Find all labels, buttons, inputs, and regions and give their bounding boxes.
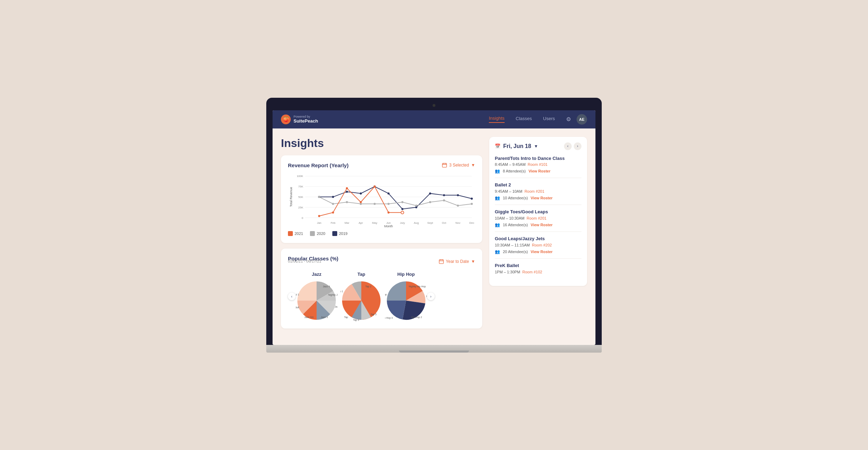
class-item-2: Giggle Toes/Good Leaps 10AM – 10:30AM Ro… xyxy=(495,209,581,232)
legend-label-2020: 2020 xyxy=(317,231,325,236)
svg-text:Adult: Adult xyxy=(296,306,299,309)
svg-point-39 xyxy=(471,198,473,200)
class-time-row-0: 8:45AM – 9:45AM Room #101 xyxy=(495,162,581,167)
class-attendees-row-0: 👥 8 Attendee(s) View Roster xyxy=(495,169,581,174)
svg-text:Hip Hop 2: Hip Hop 2 xyxy=(411,316,422,319)
laptop-frame: 🍑 Powered by SuitePeach Insights Classes… xyxy=(266,98,602,353)
view-roster-button-0[interactable]: View Roster xyxy=(528,169,550,173)
svg-text:75K: 75K xyxy=(298,185,304,188)
jazz-chart-col: Jazz xyxy=(296,272,338,322)
jazz-pie-chart: Jazz 4 Nightly Jazz Jazz 1/2 Jazz 3 Jazz… xyxy=(296,280,338,322)
svg-point-38 xyxy=(457,194,459,196)
class-time-row-3: 10:30AM – 11:15AM Room #202 xyxy=(495,243,581,247)
svg-point-54 xyxy=(346,187,348,189)
attendees-count-1: 10 Attendee(s) xyxy=(503,196,528,200)
nav-right: ⚙ AE xyxy=(566,114,587,125)
schedule-prev-button[interactable]: ‹ xyxy=(564,142,572,150)
schedule-dropdown-icon[interactable]: ▼ xyxy=(534,144,538,149)
logo-icon: 🍑 xyxy=(281,115,291,124)
class-item-1: Ballet 2 9:45AM – 10AM Room #201 👥 10 At… xyxy=(495,182,581,205)
attendees-icon-2: 👥 xyxy=(495,222,500,227)
screen-bezel: 🍑 Powered by SuitePeach Insights Classes… xyxy=(266,98,602,345)
view-roster-button-1[interactable]: View Roster xyxy=(531,196,553,200)
popular-filter-button[interactable]: Year to Date ▼ xyxy=(439,259,475,264)
tap-chart-label: Tap xyxy=(357,272,365,277)
class-item-0: Parent/Tots Intro to Dance Class 8:45AM … xyxy=(495,156,581,178)
svg-text:50K: 50K xyxy=(298,196,304,199)
attendees-icon-3: 👥 xyxy=(495,249,500,254)
class-name-2: Giggle Toes/Good Leaps xyxy=(495,209,581,215)
svg-text:Jazz 1: Jazz 1 xyxy=(296,293,299,296)
legend-2019: 2019 xyxy=(332,231,347,236)
class-time-4: 1PM – 1:30PM xyxy=(495,270,520,274)
svg-point-46 xyxy=(402,201,404,203)
svg-text:Mar: Mar xyxy=(345,221,349,224)
legend-2021: 2021 xyxy=(288,231,303,236)
laptop-base xyxy=(266,345,602,353)
svg-text:25K: 25K xyxy=(298,206,304,209)
pie-charts-row: Jazz xyxy=(296,272,427,322)
svg-text:Tap 2: Tap 2 xyxy=(365,285,371,288)
hiphop-chart-label: Hip Hop xyxy=(397,272,415,277)
powered-by-label: Powered by xyxy=(294,115,318,118)
nav-link-users[interactable]: Users xyxy=(543,116,555,123)
svg-rect-0 xyxy=(442,163,447,167)
svg-text:Oct: Oct xyxy=(442,221,446,224)
svg-point-51 xyxy=(471,202,473,205)
svg-point-52 xyxy=(318,215,320,217)
class-attendees-row-3: 👥 20 Attendee(s) View Roster xyxy=(495,249,581,254)
class-time-1: 9:45AM – 10AM xyxy=(495,189,522,193)
svg-text:Apr: Apr xyxy=(359,221,363,224)
class-room-3: Room #202 xyxy=(532,243,552,247)
class-item-4: PreK Ballet 1PM – 1:30PM Room #102 xyxy=(495,263,581,280)
revenue-chart-svg: 100K 75K 50K 25K 0 Total Revenue Jan Feb xyxy=(288,172,475,228)
legend-swatch-2019 xyxy=(332,231,337,236)
revenue-card: Revenue Report (Yearly) 3 Selected ▼ xyxy=(281,155,482,243)
svg-text:Competitive Hip Hop: Competitive Hip Hop xyxy=(385,293,387,296)
hiphop-pie-chart: Nightly Hip Hop Hip Hop 1 Hip Hop 2 Hip … xyxy=(385,280,427,322)
svg-text:Tap 1: Tap 1 xyxy=(340,290,343,293)
svg-point-50 xyxy=(457,204,459,206)
svg-text:Aug: Aug xyxy=(414,221,419,224)
popular-classes-card: Popular Classes (%) 01/01/21 - 06/17/21 xyxy=(281,249,482,329)
nav-link-classes[interactable]: Classes xyxy=(516,116,532,123)
popular-classes-header-left: Popular Classes (%) 01/01/21 - 06/17/21 xyxy=(288,256,338,267)
svg-text:Hip Hop 3: Hip Hop 3 xyxy=(385,317,393,319)
class-name-0: Parent/Tots Intro to Dance Class xyxy=(495,156,581,162)
popular-classes-header: Popular Classes (%) 01/01/21 - 06/17/21 xyxy=(288,256,475,267)
schedule-date: Fri, Jun 18 xyxy=(503,143,531,149)
nav-link-insights[interactable]: Insights xyxy=(489,116,505,123)
class-time-row-4: 1PM – 1:30PM Room #102 xyxy=(495,270,581,274)
attendees-count-0: 8 Attendee(s) xyxy=(503,169,526,173)
svg-point-33 xyxy=(388,192,390,194)
gear-icon[interactable]: ⚙ xyxy=(566,116,571,123)
popular-calendar-icon xyxy=(439,259,444,264)
svg-text:Jazz 3/4: Jazz 3/4 xyxy=(304,316,313,318)
legend-swatch-2021 xyxy=(288,231,293,236)
view-roster-button-2[interactable]: View Roster xyxy=(531,223,553,227)
svg-text:Tap 5: Tap 5 xyxy=(370,313,376,316)
class-name-1: Ballet 2 xyxy=(495,182,581,188)
svg-text:Tap: Tap xyxy=(344,316,348,319)
carousel-prev-button[interactable]: ‹ xyxy=(288,293,296,300)
revenue-filter-chevron: ▼ xyxy=(471,163,475,168)
schedule-calendar-icon: 📅 xyxy=(495,143,500,149)
svg-point-47 xyxy=(415,204,417,206)
revenue-filter-button[interactable]: 3 Selected ▼ xyxy=(442,163,475,168)
svg-point-49 xyxy=(443,199,445,201)
svg-text:Tap 3: Tap 3 xyxy=(353,319,359,322)
carousel-next-button[interactable]: › xyxy=(427,293,435,300)
class-time-row-2: 10AM – 10:30AM Room #201 xyxy=(495,216,581,220)
svg-text:100K: 100K xyxy=(297,175,303,178)
svg-text:Month: Month xyxy=(384,224,393,228)
view-roster-button-3[interactable]: View Roster xyxy=(531,250,553,254)
svg-point-34 xyxy=(402,208,404,210)
svg-point-55 xyxy=(360,201,362,203)
popular-filter-label: Year to Date xyxy=(446,259,469,264)
popular-filter-chevron: ▼ xyxy=(471,259,475,264)
avatar[interactable]: AE xyxy=(577,114,587,125)
svg-text:Nov: Nov xyxy=(455,221,460,224)
class-item-3: Good Leaps/Jazzy Jets 10:30AM – 11:15AM … xyxy=(495,236,581,259)
schedule-next-button[interactable]: › xyxy=(574,142,581,150)
schedule-header: 📅 Fri, Jun 18 ▼ ‹ › xyxy=(495,142,581,150)
